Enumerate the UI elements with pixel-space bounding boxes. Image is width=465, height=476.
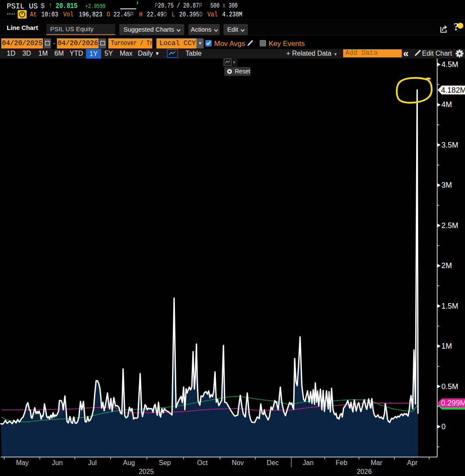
svg-text:0: 0 bbox=[441, 422, 446, 431]
svg-text:Jan: Jan bbox=[303, 459, 314, 466]
svg-text:Aug: Aug bbox=[123, 459, 135, 466]
svg-text:Sep: Sep bbox=[159, 459, 171, 466]
svg-text:3M: 3M bbox=[441, 181, 452, 189]
svg-text:Apr: Apr bbox=[407, 459, 418, 466]
svg-text:3.5M: 3.5M bbox=[441, 141, 458, 149]
svg-text:1.5M: 1.5M bbox=[441, 302, 458, 310]
svg-text:Nov: Nov bbox=[232, 459, 244, 466]
svg-text:2025: 2025 bbox=[139, 468, 154, 475]
svg-text:Jul: Jul bbox=[88, 459, 97, 466]
svg-text:May: May bbox=[16, 459, 29, 466]
svg-text:4.182M: 4.182M bbox=[441, 86, 465, 94]
svg-text:0.299M: 0.299M bbox=[441, 399, 465, 407]
svg-text:2026: 2026 bbox=[357, 468, 372, 475]
svg-text:4.5M: 4.5M bbox=[441, 60, 458, 69]
svg-text:0.5M: 0.5M bbox=[441, 382, 458, 391]
svg-text:2.5M: 2.5M bbox=[441, 221, 458, 230]
svg-text:Feb: Feb bbox=[336, 459, 347, 466]
svg-text:Jun: Jun bbox=[52, 459, 63, 466]
svg-text:2M: 2M bbox=[441, 261, 452, 270]
svg-text:Oct: Oct bbox=[197, 459, 208, 466]
svg-text:Dec: Dec bbox=[267, 459, 279, 466]
svg-text:1M: 1M bbox=[441, 342, 452, 350]
svg-text:Mar: Mar bbox=[371, 459, 382, 466]
svg-text:4M: 4M bbox=[441, 100, 452, 109]
